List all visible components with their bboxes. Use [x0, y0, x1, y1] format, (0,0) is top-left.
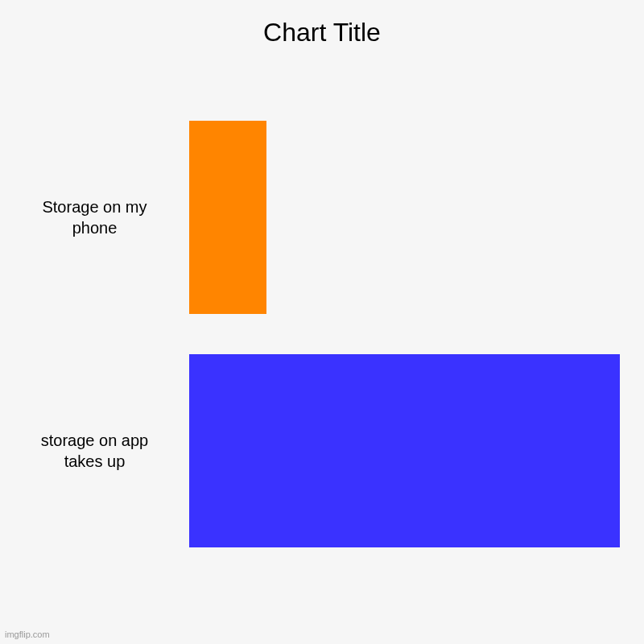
category-label: Storage on my phone [0, 196, 189, 238]
bar-storage-app [189, 354, 620, 547]
bar-track [189, 121, 644, 314]
bar-row: storage on app takes up [0, 354, 644, 547]
watermark-text: imgflip.com [5, 630, 50, 639]
category-label: storage on app takes up [0, 430, 189, 472]
bar-track [189, 354, 644, 547]
bar-storage-phone [189, 121, 266, 314]
chart-title: Chart Title [0, 0, 644, 47]
bar-row: Storage on my phone [0, 121, 644, 314]
chart-plot-area: Storage on my phone storage on app takes… [0, 121, 644, 604]
